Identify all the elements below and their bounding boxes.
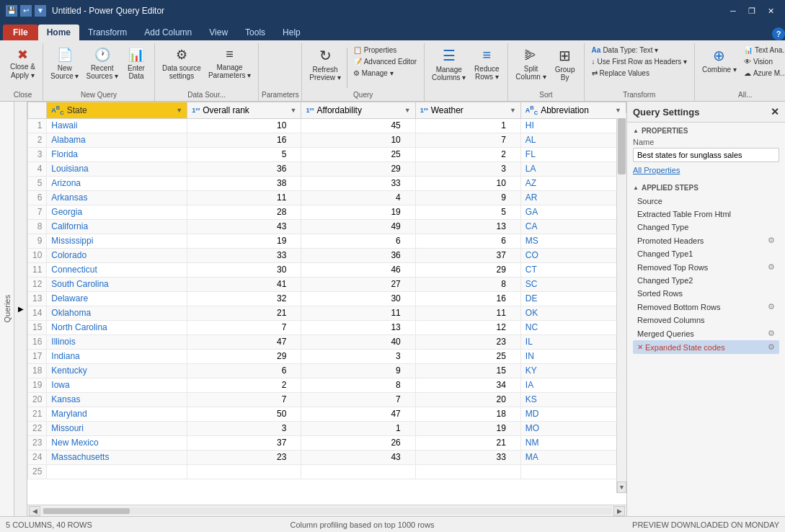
help-button[interactable]: ? xyxy=(772,27,785,40)
applied-step-promoted-headers[interactable]: Promoted Headers⚙ xyxy=(633,234,779,247)
applied-step-sorted-rows[interactable]: Sorted Rows xyxy=(633,287,779,300)
expand-panel-button[interactable]: ▶ xyxy=(14,102,27,516)
table-row[interactable]: 3 Florida 5 25 2 FL xyxy=(28,147,626,161)
step-gear-icon[interactable]: ⚙ xyxy=(768,236,775,245)
vision-button[interactable]: 👁 Vision xyxy=(741,56,785,67)
recent-sources-button[interactable]: 🕐 RecentSources ▾ xyxy=(83,45,120,82)
step-gear-icon[interactable]: ⚙ xyxy=(768,342,775,352)
table-row[interactable]: 19 Iowa 2 8 34 IA xyxy=(28,378,626,392)
scroll-thumb[interactable] xyxy=(618,117,626,174)
close-settings-icon[interactable]: ✕ xyxy=(771,106,779,118)
tab-transform[interactable]: Transform xyxy=(79,25,136,40)
restore-icon[interactable]: ❐ xyxy=(743,4,760,18)
applied-step-removed-top-rows[interactable]: Removed Top Rows⚙ xyxy=(633,260,779,274)
applied-step-changed-type2[interactable]: Changed Type2 xyxy=(633,274,779,287)
all-properties-link[interactable]: All Properties xyxy=(633,166,680,174)
applied-step-removed-bottom-rows[interactable]: Removed Bottom Rows⚙ xyxy=(633,300,779,314)
applied-step-merged-queries[interactable]: Merged Queries⚙ xyxy=(633,327,779,340)
tab-add-column[interactable]: Add Column xyxy=(136,25,200,40)
text-analytics-button[interactable]: 📊 Text Ana... xyxy=(741,45,785,56)
table-row[interactable]: 24 Massachusetts 23 43 33 MA xyxy=(28,450,626,464)
scroll-down-button[interactable]: ▼ xyxy=(617,482,626,493)
advanced-editor-button[interactable]: 📝 Advanced Editor xyxy=(350,56,420,67)
applied-step-removed-columns[interactable]: Removed Columns xyxy=(633,314,779,327)
name-input[interactable] xyxy=(633,148,779,162)
table-row[interactable]: 22 Missouri 3 1 19 MO xyxy=(28,421,626,435)
tab-help[interactable]: Help xyxy=(274,25,309,40)
table-row[interactable]: 7 Georgia 28 19 5 GA xyxy=(28,205,626,219)
state-filter-icon[interactable]: ▼ xyxy=(176,107,182,114)
tab-home[interactable]: Home xyxy=(38,25,79,40)
manage-columns-button[interactable]: ☰ ManageColumns ▾ xyxy=(429,45,469,84)
tab-view[interactable]: View xyxy=(200,25,236,40)
col-header-state[interactable]: ABC State ▼ xyxy=(47,102,187,119)
close-window-icon[interactable]: ✕ xyxy=(762,4,779,18)
applied-step-changed-type1[interactable]: Changed Type1 xyxy=(633,247,779,260)
split-column-button[interactable]: ⫸ SplitColumn ▾ xyxy=(513,45,549,83)
properties-button[interactable]: 📋 Properties xyxy=(350,45,420,56)
table-row[interactable]: 25 xyxy=(28,464,626,479)
data-source-settings-button[interactable]: ⚙ Data sourcesettings xyxy=(159,45,204,82)
replace-values-button[interactable]: ⇄ Replace Values xyxy=(589,68,690,79)
main-area: Queries ▶ ABC State ▼ xyxy=(0,102,785,516)
new-source-button[interactable]: 📄 NewSource ▾ xyxy=(48,45,81,82)
afford-filter-icon[interactable]: ▼ xyxy=(404,107,411,114)
table-row[interactable]: 8 California 43 49 13 CA xyxy=(28,219,626,234)
table-row[interactable]: 15 North Carolina 7 13 12 NC xyxy=(28,320,626,334)
reduce-rows-button[interactable]: ≡ ReduceRows ▾ xyxy=(470,45,503,83)
cell-abbr: CO xyxy=(520,248,626,262)
col-header-overall-rank[interactable]: 1²³ Overall rank ▼ xyxy=(187,102,301,119)
table-row[interactable]: 17 Indiana 29 3 25 IN xyxy=(28,349,626,363)
azure-ml-button[interactable]: ☁ Azure M... xyxy=(741,68,785,79)
abbr-filter-icon[interactable]: ▼ xyxy=(615,107,621,114)
table-row[interactable]: 20 Kansas 7 7 20 KS xyxy=(28,392,626,407)
col-header-affordability[interactable]: 1²³ Affordability ▼ xyxy=(301,102,415,119)
scroll-left-button[interactable]: ◀ xyxy=(29,506,40,516)
data-type-button[interactable]: Aa Data Type: Text ▾ xyxy=(589,45,690,56)
rank-filter-icon[interactable]: ▼ xyxy=(291,107,297,114)
table-row[interactable]: 9 Mississippi 19 6 6 MS xyxy=(28,234,626,248)
col-header-weather[interactable]: 1²³ Weather ▼ xyxy=(415,102,520,119)
table-row[interactable]: 13 Delaware 32 30 16 DE xyxy=(28,291,626,306)
minimize-icon[interactable]: ─ xyxy=(724,4,742,18)
combine-button[interactable]: ⊕ Combine ▾ xyxy=(699,45,740,76)
properties-section: PROPERTIES Name All Properties xyxy=(627,123,785,179)
dropdown-arrow-icon[interactable]: ▼ xyxy=(35,5,46,17)
group-by-button[interactable]: ⊞ GroupBy xyxy=(551,45,580,84)
step-gear-icon[interactable]: ⚙ xyxy=(768,329,775,338)
applied-step-extracted-table[interactable]: Extracted Table From Html xyxy=(633,208,779,221)
hscroll-thumb[interactable] xyxy=(43,508,130,514)
table-row[interactable]: 11 Connecticut 30 46 29 CT xyxy=(28,262,626,277)
tab-tools[interactable]: Tools xyxy=(236,25,274,40)
table-row[interactable]: 10 Colorado 33 36 37 CO xyxy=(28,248,626,262)
use-first-row-button[interactable]: ↓ Use First Row as Headers ▾ xyxy=(589,56,690,67)
save-icon[interactable]: 💾 xyxy=(6,5,17,17)
table-row[interactable]: 23 New Mexico 37 26 21 NM xyxy=(28,435,626,450)
table-row[interactable]: 16 Illinois 47 40 23 IL xyxy=(28,334,626,349)
table-row[interactable]: 14 Oklahoma 21 11 11 OK xyxy=(28,306,626,320)
scroll-area[interactable]: ABC State ▼ 1²³ Overall rank ▼ xyxy=(27,102,626,493)
enter-data-button[interactable]: 📊 EnterData xyxy=(123,45,150,82)
table-row[interactable]: 6 Arkansas 11 4 9 AR xyxy=(28,190,626,205)
table-row[interactable]: 4 Louisiana 36 29 3 LA xyxy=(28,161,626,176)
undo-icon[interactable]: ↩ xyxy=(20,5,32,17)
table-row[interactable]: 1 Hawaii 10 45 1 HI xyxy=(28,118,626,133)
applied-step-expanded-state-codes[interactable]: ✕Expanded State codes⚙ xyxy=(633,340,779,354)
table-row[interactable]: 18 Kentucky 6 9 15 KY xyxy=(28,363,626,378)
step-gear-icon[interactable]: ⚙ xyxy=(768,302,775,311)
tab-file[interactable]: File xyxy=(3,25,38,40)
table-row[interactable]: 12 South Carolina 41 27 8 SC xyxy=(28,277,626,291)
step-gear-icon[interactable]: ⚙ xyxy=(768,262,775,272)
table-row[interactable]: 5 Arizona 38 33 10 AZ xyxy=(28,176,626,190)
table-row[interactable]: 2 Alabama 16 10 7 AL xyxy=(28,133,626,147)
manage-button[interactable]: ⚙ Manage ▾ xyxy=(350,68,420,79)
weather-filter-icon[interactable]: ▼ xyxy=(510,107,516,114)
col-header-abbreviation[interactable]: ABC Abbreviation ▼ xyxy=(520,102,626,119)
close-apply-button[interactable]: ✖ Close &Apply ▾ xyxy=(7,45,38,82)
manage-parameters-button[interactable]: ≡ ManageParameters ▾ xyxy=(205,45,254,81)
applied-step-changed-type[interactable]: Changed Type xyxy=(633,221,779,234)
applied-step-source[interactable]: Source xyxy=(633,195,779,208)
table-row[interactable]: 21 Maryland 50 47 18 MD xyxy=(28,407,626,421)
scroll-right-button[interactable]: ▶ xyxy=(613,506,625,516)
refresh-preview-button[interactable]: ↻ RefreshPreview ▾ xyxy=(306,45,343,84)
